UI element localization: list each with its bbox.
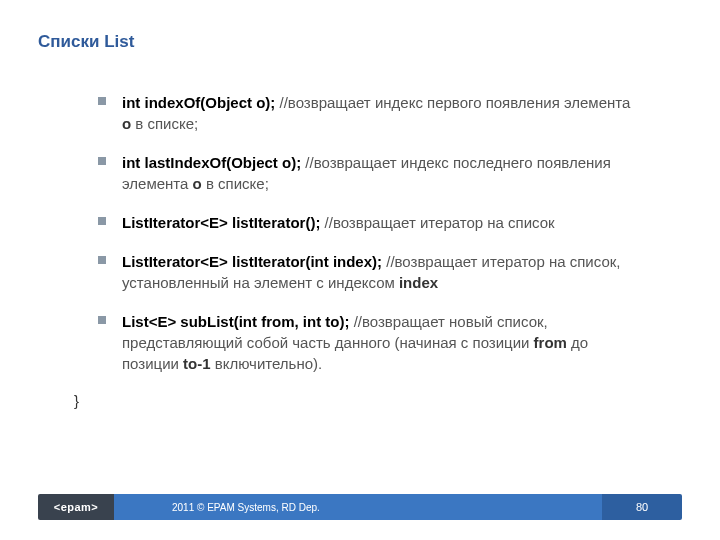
keyword: index — [399, 274, 438, 291]
page-number: 80 — [602, 494, 682, 520]
list-item: int indexOf(Object o); //возвращает инде… — [98, 92, 638, 134]
method-signature: int lastIndexOf(Object o); — [122, 154, 301, 171]
keyword: о — [122, 115, 131, 132]
list-item: ListIterator<E> listIterator(); //возвра… — [98, 212, 638, 233]
method-signature: ListIterator<E> listIterator(int index); — [122, 253, 382, 270]
method-comment: //возвращает итератор на список — [320, 214, 554, 231]
keyword: to-1 — [183, 355, 211, 372]
keyword: о — [193, 175, 202, 192]
slide-content: int indexOf(Object o); //возвращает инде… — [98, 92, 638, 409]
closing-brace: } — [74, 392, 638, 409]
list-item: ListIterator<E> listIterator(int index);… — [98, 251, 638, 293]
keyword: from — [534, 334, 567, 351]
slide-title: Списки List — [38, 32, 134, 52]
method-signature: List<E> subList(int from, int to); — [122, 313, 350, 330]
copyright: 2011 © EPAM Systems, RD Dep. — [114, 494, 602, 520]
logo: <epam> — [38, 494, 114, 520]
method-comment: //возвращает индекс первого появления эл… — [275, 94, 630, 111]
method-comment: включительно). — [211, 355, 323, 372]
bullet-list: int indexOf(Object o); //возвращает инде… — [98, 92, 638, 374]
method-comment: в списке; — [202, 175, 269, 192]
method-signature: ListIterator<E> listIterator(); — [122, 214, 320, 231]
list-item: List<E> subList(int from, int to); //воз… — [98, 311, 638, 374]
footer: <epam> 2011 © EPAM Systems, RD Dep. 80 — [38, 494, 682, 520]
method-signature: int indexOf(Object o); — [122, 94, 275, 111]
list-item: int lastIndexOf(Object o); //возвращает … — [98, 152, 638, 194]
method-comment: в списке; — [131, 115, 198, 132]
